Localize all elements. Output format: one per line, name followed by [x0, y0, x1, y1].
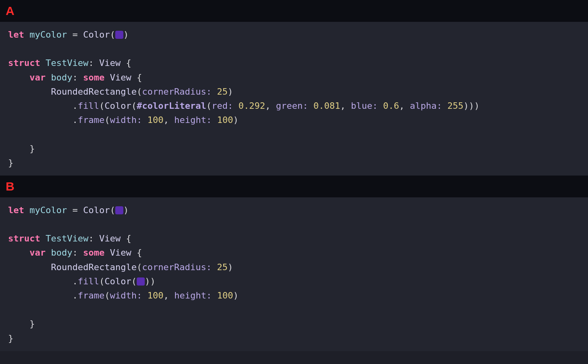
- num-25: 25: [217, 262, 228, 272]
- m-fill: fill: [78, 101, 99, 111]
- id-testview: TestView: [46, 233, 89, 243]
- lparen: (: [131, 276, 137, 286]
- arg-blue: blue:: [351, 101, 378, 111]
- kw-some: some: [83, 248, 104, 258]
- lbrace: {: [126, 58, 131, 68]
- id-mycolor: myColor: [30, 30, 67, 40]
- kw-struct: struct: [8, 233, 40, 243]
- color-swatch-icon[interactable]: [115, 31, 123, 39]
- rparen: ): [145, 276, 150, 286]
- comma: ,: [399, 101, 404, 111]
- arg-width: width:: [110, 290, 142, 301]
- colon: :: [89, 58, 94, 68]
- pane-label-a: A: [6, 1, 15, 21]
- lparen: (: [110, 30, 115, 40]
- lparen: (: [137, 262, 142, 272]
- num-100: 100: [147, 290, 163, 301]
- type-color: Color: [83, 205, 110, 215]
- lparen: (: [131, 101, 137, 111]
- kw-some: some: [83, 72, 104, 83]
- lparen: (: [206, 101, 212, 111]
- dot: .: [72, 290, 78, 301]
- arg-red: red:: [212, 101, 233, 111]
- rbrace: }: [8, 333, 13, 343]
- kw-var: var: [30, 72, 46, 83]
- colon: :: [72, 248, 78, 258]
- dot: .: [72, 101, 78, 111]
- lbrace: {: [126, 233, 131, 243]
- m-fill: fill: [78, 276, 99, 286]
- num-100: 100: [147, 115, 163, 125]
- rparen: ): [123, 30, 129, 40]
- rparen: ): [150, 276, 155, 286]
- num-100: 100: [217, 290, 233, 301]
- type-color: Color: [104, 101, 131, 111]
- rparen: ): [228, 262, 233, 272]
- id-mycolor: myColor: [30, 205, 67, 215]
- op-eq: =: [72, 205, 78, 215]
- kw-let: let: [8, 205, 24, 215]
- lparen: (: [104, 115, 110, 125]
- comma: ,: [163, 115, 169, 125]
- type-view: View: [110, 72, 131, 83]
- rparen: ): [228, 87, 233, 97]
- num-red: 0.292: [239, 101, 265, 111]
- rparen: ): [123, 205, 129, 215]
- pane-label-row-b: B: [0, 176, 588, 197]
- lparen: (: [104, 290, 110, 301]
- num-alpha: 255: [447, 101, 463, 111]
- arg-cornerradius: cornerRadius:: [142, 87, 212, 97]
- code-pane-b[interactable]: let myColor = Color() struct TestView: V…: [0, 197, 588, 351]
- rparen: ): [474, 101, 480, 111]
- rparen: ): [233, 290, 238, 301]
- color-literal: #colorLiteral: [137, 101, 206, 111]
- code-pane-a[interactable]: let myColor = Color() struct TestView: V…: [0, 22, 588, 176]
- rparen: ): [469, 101, 474, 111]
- arg-width: width:: [110, 115, 142, 125]
- rbrace: }: [30, 144, 35, 154]
- type-view: View: [110, 248, 131, 258]
- id-testview: TestView: [46, 58, 89, 68]
- kw-var: var: [30, 248, 46, 258]
- kw-let: let: [8, 30, 24, 40]
- comma: ,: [163, 290, 169, 301]
- rbrace: }: [30, 319, 35, 329]
- id-body: body: [51, 248, 72, 258]
- colon: :: [72, 72, 78, 83]
- lbrace: {: [137, 72, 142, 83]
- dot: .: [72, 276, 78, 286]
- color-swatch-icon[interactable]: [137, 277, 145, 286]
- rparen: ): [233, 115, 238, 125]
- arg-green: green:: [276, 101, 308, 111]
- type-color: Color: [104, 276, 131, 286]
- dot: .: [72, 115, 78, 125]
- lparen: (: [137, 87, 142, 97]
- lparen: (: [99, 101, 104, 111]
- m-frame: frame: [78, 290, 104, 301]
- arg-alpha: alpha:: [410, 101, 442, 111]
- arg-height: height:: [174, 115, 212, 125]
- colon: :: [89, 233, 94, 243]
- type-roundedrect: RoundedRectangle: [51, 87, 137, 97]
- num-25: 25: [217, 87, 228, 97]
- color-swatch-icon[interactable]: [115, 206, 123, 214]
- comma: ,: [265, 101, 271, 111]
- rbrace: }: [8, 158, 13, 168]
- arg-height: height:: [174, 290, 212, 301]
- lbrace: {: [137, 248, 142, 258]
- type-roundedrect: RoundedRectangle: [51, 262, 137, 272]
- lparen: (: [110, 205, 115, 215]
- m-frame: frame: [78, 115, 104, 125]
- pane-label-row-a: A: [0, 0, 588, 22]
- comma: ,: [340, 101, 345, 111]
- pane-label-b: B: [6, 177, 15, 196]
- type-view: View: [99, 58, 121, 68]
- rparen: ): [463, 101, 469, 111]
- num-green: 0.081: [313, 101, 340, 111]
- num-blue: 0.6: [383, 101, 399, 111]
- arg-cornerradius: cornerRadius:: [142, 262, 212, 272]
- type-view: View: [99, 233, 121, 243]
- op-eq: =: [72, 30, 78, 40]
- lparen: (: [99, 276, 104, 286]
- type-color: Color: [83, 30, 110, 40]
